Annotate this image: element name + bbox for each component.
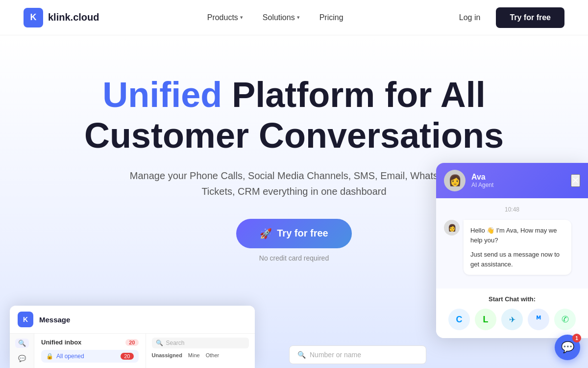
avatar: 👩 [444, 170, 466, 191]
tab-unassigned[interactable]: Unassigned [152, 352, 182, 358]
chat-widget: 👩 Ava AI Agent ✕ 10:48 👩 Hello 👋 I'm Ava… [436, 163, 588, 338]
number-placeholder: Number or name [310, 351, 361, 359]
login-button[interactable]: Log in [451, 9, 489, 26]
logo[interactable]: K klink.cloud [24, 8, 99, 27]
dashboard-widget: K Message 🔍 💬 Unified inbox 20 🔒 All ope… [10, 306, 255, 368]
chat-timestamp: 10:48 [444, 206, 580, 213]
chat-fab-icon: 💬 [561, 341, 574, 354]
chat-agent-name: Ava [471, 173, 565, 182]
search-icon: 🔍 [297, 351, 306, 359]
search-icon[interactable]: 🔍 [15, 339, 29, 348]
chat-message: 👩 Hello 👋 I'm Ava, How may we help you? … [444, 220, 580, 275]
chat-icon[interactable]: 💬 [15, 354, 29, 363]
hero-title: Unified Platform for All Customer Conver… [74, 75, 514, 156]
chat-footer: Start Chat with: C L ✈ ᴹ ✆ [436, 289, 588, 338]
logo-icon: K [24, 8, 43, 27]
dw-inbox-count: 20 [125, 339, 138, 346]
tab-other[interactable]: Other [206, 352, 220, 358]
chat-agent-role: AI Agent [471, 182, 565, 188]
chevron-down-icon: ▾ [297, 14, 300, 21]
dw-header: K Message [10, 306, 255, 334]
dw-logo-icon: K [18, 312, 33, 327]
chat-bubble: Hello 👋 I'm Ava, How may we help you? Ju… [464, 220, 571, 275]
hero-subtitle: Manage your Phone Calls, Social Media Ch… [127, 168, 461, 199]
logo-text: klink.cloud [48, 12, 99, 23]
nav-try-free-button[interactable]: Try for free [496, 7, 564, 28]
chevron-down-icon: ▾ [240, 14, 243, 21]
chatwoot-channel[interactable]: C [448, 309, 470, 330]
dw-title: Message [39, 315, 70, 324]
telegram-channel[interactable]: ✈ [501, 309, 523, 330]
navbar: K klink.cloud Products ▾ Solutions ▾ Pri… [0, 0, 588, 35]
chat-fab-button[interactable]: 💬 1 [555, 335, 580, 360]
nav-products[interactable]: Products ▾ [199, 9, 251, 26]
lock-icon: 🔒 [46, 353, 53, 360]
hero-try-free-button[interactable]: 🚀 Try for free [236, 219, 351, 248]
hero-section: Unified Platform for All Customer Conver… [0, 35, 588, 368]
chat-body: 10:48 👩 Hello 👋 I'm Ava, How may we help… [436, 198, 588, 289]
line-channel[interactable]: L [475, 309, 496, 330]
dw-body: 🔍 💬 Unified inbox 20 🔒 All opened 20 [10, 334, 255, 368]
messenger-channel[interactable]: ᴹ [528, 309, 549, 330]
chat-fab-badge: 1 [572, 334, 581, 342]
nav-actions: Log in Try for free [451, 7, 564, 28]
dw-content: Unified inbox 20 🔒 All opened 20 [34, 334, 146, 368]
chat-agent-info: Ava AI Agent [471, 173, 565, 188]
whatsapp-channel[interactable]: ✆ [554, 309, 576, 330]
nav-pricing[interactable]: Pricing [312, 9, 351, 26]
no-credit-card-label: No credit card required [259, 254, 329, 262]
chat-msg-avatar: 👩 [444, 220, 460, 236]
dw-sidebar: 🔍 💬 [10, 334, 34, 368]
search-icon: 🔍 [156, 340, 163, 346]
rocket-icon: 🚀 [260, 228, 272, 239]
chat-header: 👩 Ava AI Agent ✕ [436, 163, 588, 198]
nav-links: Products ▾ Solutions ▾ Pricing [199, 9, 351, 26]
tab-mine[interactable]: Mine [188, 352, 200, 358]
dw-inbox-header: Unified inbox 20 [41, 339, 139, 346]
nav-solutions[interactable]: Solutions ▾ [255, 9, 308, 26]
close-icon[interactable]: ✕ [571, 174, 580, 187]
start-chat-label: Start Chat with: [444, 295, 580, 303]
number-field: 🔍 Number or name [289, 345, 426, 364]
hero-cta-wrap: 🚀 Try for free No credit card required [236, 219, 351, 262]
chat-channels: C L ✈ ᴹ ✆ [444, 309, 580, 330]
dw-inbox-item[interactable]: 🔒 All opened 20 [41, 350, 139, 363]
